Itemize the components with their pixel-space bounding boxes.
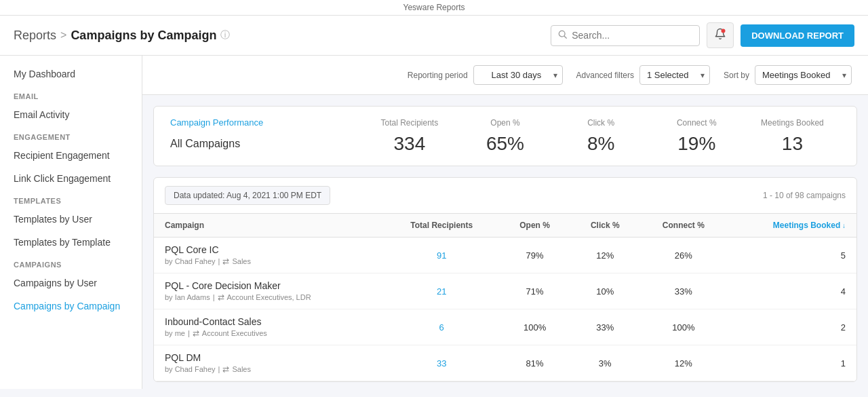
cell-total-recipients-1: 21 (384, 273, 499, 309)
svg-point-2 (722, 29, 726, 33)
all-campaigns-label: All Campaigns (170, 138, 361, 150)
sort-arrow-icon: ↓ (840, 222, 846, 229)
download-report-button[interactable]: DOWNLOAD REPORT (741, 24, 854, 47)
table-row[interactable]: PQL - Core Decision Maker by Ian Adams |… (154, 273, 856, 309)
info-icon: ⓘ (220, 29, 230, 41)
data-updated-label: Data updated: Aug 4, 2021 1:00 PM EDT (165, 186, 330, 205)
advanced-filters-select[interactable]: 1 Selected (639, 65, 710, 85)
sidebar-item-email-activity[interactable]: Email Activity (0, 103, 142, 126)
reporting-period-select-wrapper: 📅 Last 30 days (473, 65, 563, 85)
header: Reports > Campaigns by Campaign ⓘ DOWNLO… (0, 16, 868, 56)
summary-headers: Campaign Performance Total Recipients Op… (170, 117, 840, 128)
cell-connect-pct-3: 12% (639, 345, 727, 381)
data-table-section: Data updated: Aug 4, 2021 1:00 PM EDT 1 … (153, 177, 857, 382)
advanced-filters-select-wrapper: 1 Selected (639, 65, 710, 85)
svg-line-1 (564, 36, 566, 38)
main-content: Reporting period 📅 Last 30 days Advanced… (142, 56, 868, 389)
summary-total-recipients: 334 (361, 133, 457, 155)
breadcrumb: Reports > Campaigns by Campaign ⓘ (14, 29, 230, 43)
filters-bar: Reporting period 📅 Last 30 days Advanced… (142, 56, 868, 95)
share-icon: ⇄ (222, 257, 229, 266)
cell-click-pct-3: 3% (570, 345, 639, 381)
campaign-name-2: Inbound-Contact Sales (165, 316, 373, 327)
table-row[interactable]: Inbound-Contact Sales by me | ⇄ Account … (154, 309, 856, 345)
breadcrumb-parent[interactable]: Reports (14, 29, 56, 43)
summary-section: Campaign Performance Total Recipients Op… (153, 106, 857, 166)
advanced-filters-label: Advanced filters (576, 71, 634, 80)
sidebar-item-templates-by-template[interactable]: Templates by Template (0, 231, 142, 254)
sidebar-item-dashboard[interactable]: My Dashboard (0, 62, 142, 86)
sidebar-section-campaigns: CAMPAIGNS (0, 254, 142, 271)
campaigns-table: Campaign Total Recipients Open % Click %… (154, 214, 856, 381)
campaign-meta-1: by Ian Adams | ⇄ Account Executives, LDR (165, 292, 373, 302)
share-icon: ⇄ (222, 364, 229, 374)
cell-campaign-0: PQL Core IC by Chad Fahey | ⇄ Sales (154, 238, 384, 273)
sidebar-item-campaigns-by-user[interactable]: Campaigns by User (0, 271, 142, 295)
campaign-meta-2: by me | ⇄ Account Executives (165, 328, 373, 338)
summary-click-pct: 8% (553, 133, 649, 155)
cell-click-pct-1: 10% (570, 273, 639, 309)
cell-campaign-1: PQL - Core Decision Maker by Ian Adams |… (154, 273, 384, 309)
summary-meetings-booked: 13 (745, 133, 840, 155)
cell-total-recipients-2: 6 (384, 309, 499, 345)
search-icon (558, 30, 568, 41)
campaign-meta-3: by Chad Fahey | ⇄ Sales (165, 364, 373, 374)
summary-open-pct: 65% (457, 133, 553, 155)
summary-connect-pct: 19% (649, 133, 745, 155)
cell-connect-pct-0: 26% (639, 238, 727, 273)
table-header-row: Campaign Total Recipients Open % Click %… (154, 214, 856, 238)
share-icon: ⇄ (218, 292, 224, 302)
cell-campaign-2: Inbound-Contact Sales by me | ⇄ Account … (154, 309, 384, 345)
summary-col-total-recipients: Total Recipients (361, 118, 457, 128)
cell-connect-pct-1: 33% (639, 273, 727, 309)
data-table-header: Data updated: Aug 4, 2021 1:00 PM EDT 1 … (154, 178, 856, 214)
reporting-period-select[interactable]: Last 30 days (473, 65, 563, 85)
sort-by-group: Sort by Meetings Booked (724, 65, 852, 85)
summary-col-connect-pct: Connect % (649, 118, 745, 128)
top-bar: Yesware Reports (0, 0, 868, 16)
pipe-sep: | (188, 329, 190, 337)
sidebar-section-engagement: ENGAGEMENT (0, 126, 142, 144)
table-row[interactable]: PQL Core IC by Chad Fahey | ⇄ Sales 91 7… (154, 238, 856, 273)
campaign-name-1: PQL - Core Decision Maker (165, 280, 373, 291)
cell-meetings-booked-2: 2 (727, 309, 856, 345)
cell-click-pct-2: 33% (570, 309, 639, 345)
pagination-info: 1 - 10 of 98 campaigns (763, 191, 846, 200)
summary-col-meetings-booked: Meetings Booked (745, 118, 840, 128)
sidebar-item-templates-by-user[interactable]: Templates by User (0, 208, 142, 231)
col-click-pct: Click % (570, 214, 639, 238)
col-meetings-booked[interactable]: Meetings Booked ↓ (727, 214, 856, 238)
notifications-button[interactable] (707, 22, 734, 48)
advanced-filters-group: Advanced filters 1 Selected (576, 65, 710, 85)
main-layout: My Dashboard EMAIL Email Activity ENGAGE… (0, 56, 868, 389)
col-connect-pct: Connect % (639, 214, 727, 238)
summary-row: All Campaigns 334 65% 8% 19% 13 (170, 133, 840, 155)
col-open-pct: Open % (499, 214, 570, 238)
reporting-period-label: Reporting period (408, 71, 468, 80)
cell-open-pct-1: 71% (499, 273, 570, 309)
cell-meetings-booked-0: 5 (727, 238, 856, 273)
sidebar-item-campaigns-by-campaign[interactable]: Campaigns by Campaign (0, 295, 142, 318)
breadcrumb-sep: > (60, 29, 66, 41)
campaign-performance-label: Campaign Performance (170, 117, 361, 128)
sidebar: My Dashboard EMAIL Email Activity ENGAGE… (0, 56, 142, 389)
cell-click-pct-0: 12% (570, 238, 639, 273)
sort-by-select-wrapper: Meetings Booked (755, 65, 852, 85)
sort-by-select[interactable]: Meetings Booked (755, 65, 852, 85)
sidebar-section-templates: TEMPLATES (0, 190, 142, 208)
pipe-sep: | (213, 293, 215, 301)
breadcrumb-current: Campaigns by Campaign (71, 29, 216, 43)
header-right: DOWNLOAD REPORT (551, 22, 854, 48)
cell-campaign-3: PQL DM by Chad Fahey | ⇄ Sales (154, 345, 384, 381)
pipe-sep: | (218, 365, 220, 373)
search-box[interactable] (551, 25, 700, 46)
sidebar-item-recipient-engagement[interactable]: Recipient Engagement (0, 144, 142, 167)
table-row[interactable]: PQL DM by Chad Fahey | ⇄ Sales 33 81% 3%… (154, 345, 856, 381)
sidebar-section-email: EMAIL (0, 86, 142, 103)
cell-open-pct-2: 100% (499, 309, 570, 345)
sidebar-item-link-click-engagement[interactable]: Link Click Engagement (0, 167, 142, 190)
col-campaign: Campaign (154, 214, 384, 238)
cell-total-recipients-0: 91 (384, 238, 499, 273)
campaign-meta-0: by Chad Fahey | ⇄ Sales (165, 257, 373, 266)
search-input[interactable] (572, 30, 692, 41)
